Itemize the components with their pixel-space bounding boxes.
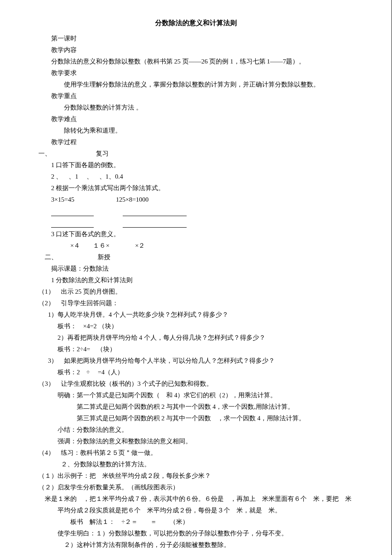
step2: （2） 引导学生回答问题： [38, 298, 353, 309]
blank-line-1 [38, 205, 353, 217]
requirement-label: 教学要求 [38, 67, 353, 79]
eq1: 3×15=45 [51, 196, 74, 203]
content-label: 教学内容 [38, 44, 353, 56]
ex1: （１）出示例子：把 米铁丝平均分成２段，每段长多少米？ [38, 470, 353, 482]
clarify1: 明确：第一个算式是已知两个因数（ 和 4）求它们的积（2），用乘法计算。 [38, 390, 353, 401]
difficulty-text: 除转化为乘和道理。 [38, 125, 353, 136]
question1: 1）每人吃半块月饼。4 个人一共吃多少块？怎样列式？得多少？ [38, 309, 353, 321]
review-item3: 3 口述下面各式的意义。 [38, 228, 353, 240]
reveal-topic: 揭示课题：分数除法 [38, 263, 353, 275]
ex1-num: （１） [38, 472, 58, 479]
review-item3-content: ×４ １６× ×２ [38, 240, 353, 251]
focus-text: 分数除以整数的计算方法 。 [38, 102, 353, 113]
review-item2-equations: 3×15=45 125×8=1000 [38, 194, 353, 205]
ex2-understand1: 使学生明白：１）分数除以整数，可以把分数的分子除以整数作分子，分母不变。 [38, 528, 353, 539]
q3-text: 如果把两块月饼平均分给每个人半块，可以分给几人？怎样列式？得多少？ [64, 357, 275, 364]
clarify3: 第三算式是已知两个因数的积 2 与其中一个因数 ，求一个因数 4，用除法计算。 [38, 413, 353, 424]
summary: 小结：分数除法的意义。 [38, 424, 353, 436]
requirement-text: 使用学生理解分数除法的意义，掌握分数除以整数的计算方则，并正确计算分数除以整数。 [38, 79, 353, 90]
ex2-explanation: 米是１米的 ，把１米平均分成７份，表示其中的６份。６份是 ，再加上 米米里面有６… [38, 493, 353, 516]
content-text: 分数除法的意义和分数除以整数（教科书第 25 页——26 页的例 1，练习七第 … [38, 56, 353, 67]
review-item1: 1 口答下面各题的倒数。 [38, 159, 353, 171]
step4-num: （4） [38, 449, 55, 456]
requirement-text-span: 使用学生理解分数除法的意义，掌握分数除以整数的计算方则，并正确计算分数除以整数。 [64, 81, 320, 88]
q1-board: 板书： ×4=2 （块） [38, 321, 353, 332]
step4: （4） 练习：教科书第２５页＂做一做。 [38, 447, 353, 459]
sub2: ２、分数除以整数的计算方法。 [38, 459, 353, 470]
step3-text: 让学生观察比较（板书的）3 个式子的已知数和得数。 [61, 380, 213, 387]
ex1-text: 出示例子：把 米铁丝平均分成２段，每段长多少米？ [58, 472, 211, 479]
ex2-text: 启发学生分析数量关系。（画线段图表示） [58, 484, 179, 491]
step1: （1） 出示 25 页的月饼图。 [38, 286, 353, 298]
ex2-board: 板书 解法１： ÷２＝ ＝ （米） [38, 516, 353, 528]
q1-num: 1） [48, 311, 58, 318]
question2: 2）再看把两块月饼平均分给 4 个人，每人分得几块？怎样列式？得多少？ [38, 332, 353, 344]
step3: （3） 让学生观察比较（板书的）3 个式子的已知数和得数。 [38, 378, 353, 390]
q1-text: 每人吃半块月饼。4 个人一共吃多少块？怎样列式？得多少？ [58, 311, 228, 318]
blank-underline [123, 219, 187, 228]
q2-board: 板书：2÷4= （块） [38, 344, 353, 355]
blank-underline [51, 219, 94, 228]
part1-title: 复习 [58, 148, 109, 159]
difficulty-label: 教学难点 [38, 113, 353, 125]
page-number: 1 [194, 540, 197, 551]
eq2: 125×8=1000 [116, 196, 149, 203]
blank-underline [123, 207, 187, 216]
blank-line-2 [38, 217, 353, 228]
ex2-num: （２） [38, 484, 58, 491]
part2-num: 二、 [45, 254, 64, 260]
focus-label: 教学重点 [38, 90, 353, 102]
q3-board: 板书：2 ÷ =4（人） [38, 367, 353, 378]
emphasis: 强调：分数除法的意义和整数除法的意义相同。 [38, 436, 353, 447]
part2-heading: 二、 新授 [38, 251, 353, 263]
part2-title: 新授 [66, 254, 110, 260]
blank-underline [51, 207, 94, 216]
step1-text: 出示 25 页的月饼图。 [61, 288, 122, 295]
step2-num: （2） [38, 300, 55, 306]
lesson-header: 第一课时 [38, 33, 353, 44]
part1-num: 一、 [38, 148, 58, 159]
step2-text: 引导学生回答问题： [61, 300, 118, 306]
review-item2: 2 根据一个乘法算式写出两个除法算式。 [38, 182, 353, 194]
process-label: 教学过程 [38, 136, 353, 148]
clarify2: 第二算式是已知两个因数的积 2 与其中一个因数 4，求一个因数,用除法计算。 [38, 401, 353, 413]
q3-num: 3） [48, 357, 58, 364]
ex2: （２）启发学生分析数量关系。（画线段图表示） [38, 482, 353, 493]
step1-num: （1） [38, 288, 55, 295]
sub1: 1 分数除法的意义和计算法则 [38, 275, 353, 286]
review-item1-content: 2 、 、1 、 、1、0.4 [38, 171, 353, 182]
ex2-text1: 米是１米的 ，把１米平均分成７份，表示其中的６份。６份是 ，再加上 米米里面有６… [45, 493, 353, 516]
document-title: 分数除法的意义和计算法则 [38, 17, 353, 29]
part1-heading: 一、 复习 [38, 148, 353, 159]
question3: 3） 如果把两块月饼平均分给每个人半块，可以分给几人？怎样列式？得多少？ [38, 355, 353, 367]
step3-num: （3） [38, 380, 55, 387]
step4-text: 练习：教科书第２５页＂做一做。 [61, 449, 157, 456]
